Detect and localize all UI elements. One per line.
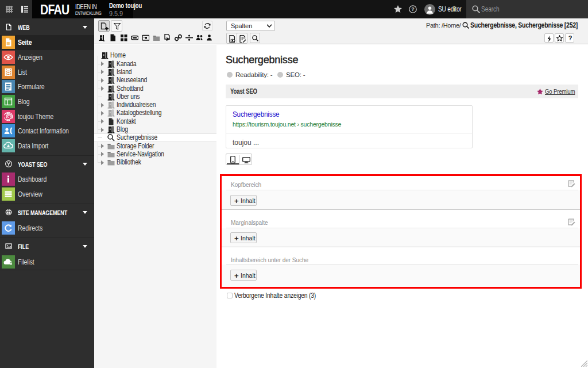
svg-text:?: ? <box>411 6 415 12</box>
